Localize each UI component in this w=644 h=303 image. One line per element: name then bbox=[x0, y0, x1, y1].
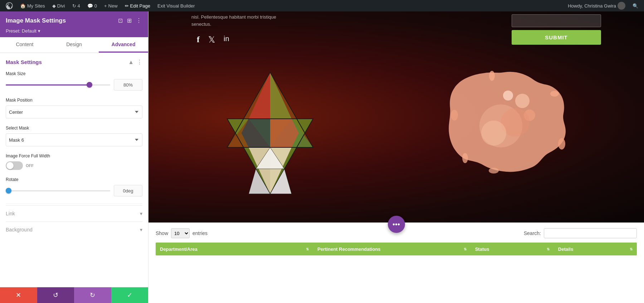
submit-button[interactable]: SUBMIT bbox=[512, 30, 601, 45]
main-layout: Image Mask Settings ⊡ ⊞ ⋮ Preset: Defaul… bbox=[0, 11, 644, 303]
twitter-icon[interactable]: 𝕏 bbox=[208, 35, 215, 45]
cancel-button[interactable]: ✕ bbox=[0, 287, 37, 303]
rotate-thumb[interactable] bbox=[6, 188, 11, 194]
my-sites-label: My Sites bbox=[27, 3, 45, 9]
svg-marker-3 bbox=[249, 72, 270, 119]
save-checkmark-icon: ✓ bbox=[127, 291, 132, 299]
mask-size-slider[interactable] bbox=[6, 81, 110, 88]
form-input[interactable] bbox=[512, 14, 601, 27]
panel-preset[interactable]: Preset: Default ▾ bbox=[0, 28, 148, 37]
settings-dots-icon[interactable]: ⋮ bbox=[137, 59, 142, 65]
sort-icon-status: ⇅ bbox=[547, 247, 550, 251]
fab-dots-icon: ••• bbox=[392, 220, 400, 229]
new-button[interactable]: + New bbox=[101, 0, 121, 11]
image-force-full-width-label: Image Force Full Width bbox=[6, 153, 142, 158]
mask-size-label: Mask Size bbox=[6, 71, 142, 76]
admin-bar-right: Howdy, Christina Gwira 🔍 bbox=[565, 2, 641, 10]
user-label: Howdy, Christina Gwira bbox=[568, 3, 616, 9]
rotate-slider[interactable] bbox=[6, 187, 110, 194]
panel-tabs: Content Design Advanced bbox=[0, 37, 148, 53]
mask-size-value[interactable]: 80% bbox=[114, 79, 142, 91]
canvas-area: nisl. Pellentesque habitant morbi tristi… bbox=[148, 11, 644, 303]
table-search-input[interactable] bbox=[544, 228, 637, 238]
left-panel: Image Mask Settings ⊡ ⊞ ⋮ Preset: Defaul… bbox=[0, 11, 148, 303]
background-chevron-icon: ▾ bbox=[140, 227, 142, 233]
divi-button[interactable]: ◆ Divi bbox=[49, 0, 68, 11]
more-icon[interactable]: ⋮ bbox=[135, 16, 142, 25]
rotate-value[interactable]: 0deg bbox=[114, 185, 142, 196]
svg-point-22 bbox=[489, 168, 499, 174]
refresh-icon: ↻ bbox=[72, 3, 76, 9]
rotate-track bbox=[6, 190, 110, 191]
th-department[interactable]: Department/Area ⇅ bbox=[156, 246, 313, 252]
background-section[interactable]: Background ▾ bbox=[6, 221, 142, 238]
th-details[interactable]: Details ⇅ bbox=[554, 246, 637, 252]
cancel-icon: ✕ bbox=[16, 291, 21, 299]
fab-button[interactable]: ••• bbox=[388, 216, 405, 233]
search-icon: 🔍 bbox=[633, 3, 638, 9]
tab-design[interactable]: Design bbox=[49, 37, 99, 53]
search-admin-button[interactable]: 🔍 bbox=[630, 3, 641, 9]
screenshot-icon[interactable]: ⊡ bbox=[117, 16, 123, 25]
section-title: Mask Settings bbox=[6, 59, 42, 65]
wp-logo-button[interactable] bbox=[3, 0, 16, 11]
panel-content: Mask Settings ▲ ⋮ Mask Size 80% bbox=[0, 53, 148, 287]
panel-bottom-buttons: ✕ ↺ ↻ ✓ bbox=[0, 287, 148, 303]
mask-position-select[interactable]: Center Top Left Top Center Top Right Cen… bbox=[6, 106, 142, 118]
user-greeting[interactable]: Howdy, Christina Gwira bbox=[565, 2, 628, 10]
mask-size-field: Mask Size 80% bbox=[6, 71, 142, 91]
search-area: Search: bbox=[524, 228, 637, 238]
panel-title: Image Mask Settings bbox=[6, 17, 66, 24]
mask-position-label: Mask Position bbox=[6, 98, 142, 103]
table-header: Department/Area ⇅ Pertinent Recommendati… bbox=[156, 243, 637, 255]
canvas-top: nisl. Pellentesque habitant morbi tristi… bbox=[148, 11, 644, 223]
mask-size-slider-row: 80% bbox=[6, 79, 142, 91]
sort-icon-department: ⇅ bbox=[306, 247, 309, 251]
linkedin-icon[interactable]: in bbox=[224, 35, 229, 45]
tab-content[interactable]: Content bbox=[0, 37, 49, 53]
th-recommendations[interactable]: Pertinent Recommendations ⇅ bbox=[313, 246, 470, 252]
preset-label: Preset: Default bbox=[6, 28, 36, 34]
mask-position-field: Mask Position Center Top Left Top Center… bbox=[6, 98, 142, 118]
my-sites-button[interactable]: 🏠 My Sites bbox=[17, 0, 48, 11]
slider-thumb[interactable] bbox=[87, 82, 92, 88]
facebook-icon[interactable]: f bbox=[197, 35, 200, 45]
tab-advanced[interactable]: Advanced bbox=[99, 37, 148, 53]
select-mask-select[interactable]: Mask 1 Mask 2 Mask 3 Mask 4 Mask 5 Mask … bbox=[6, 133, 142, 146]
link-section[interactable]: Link ▾ bbox=[6, 205, 142, 221]
th-status[interactable]: Status ⇅ bbox=[471, 246, 554, 252]
svg-point-27 bbox=[481, 121, 506, 146]
select-mask-field: Select Mask Mask 1 Mask 2 Mask 3 Mask 4 … bbox=[6, 126, 142, 146]
svg-point-21 bbox=[558, 138, 565, 150]
pencil-icon: ✏ bbox=[125, 3, 129, 9]
undo-button[interactable]: ↺ bbox=[37, 287, 74, 303]
background-section-title: Background bbox=[6, 227, 33, 233]
slider-track bbox=[6, 84, 110, 85]
entries-select[interactable]: 10 25 50 100 bbox=[171, 228, 190, 238]
svg-point-24 bbox=[451, 110, 458, 121]
sort-icon-recommendations: ⇅ bbox=[464, 247, 467, 251]
splash-container bbox=[436, 65, 572, 187]
exit-builder-button[interactable]: Exit Visual Builder bbox=[155, 0, 198, 11]
collapse-icon[interactable]: ▲ bbox=[128, 59, 134, 65]
edit-page-button[interactable]: ✏ Edit Page bbox=[122, 0, 153, 11]
search-label: Search: bbox=[524, 230, 541, 236]
svg-point-16 bbox=[515, 94, 530, 108]
comments-button[interactable]: 💬 0 bbox=[84, 0, 100, 11]
redo-button[interactable]: ↻ bbox=[74, 287, 111, 303]
link-chevron-icon: ▾ bbox=[140, 211, 142, 216]
canvas-bottom: Show 10 25 50 100 entries Search: bbox=[148, 223, 644, 303]
rotate-label: Rotate bbox=[6, 177, 142, 182]
layout-icon[interactable]: ⊞ bbox=[126, 16, 132, 25]
panel-header: Image Mask Settings ⊡ ⊞ ⋮ bbox=[0, 11, 148, 28]
right-content: nisl. Pellentesque habitant morbi tristi… bbox=[148, 11, 644, 303]
divi-icon: ◆ bbox=[52, 3, 56, 9]
house-icon: 🏠 bbox=[20, 3, 26, 9]
panel-header-icons: ⊡ ⊞ ⋮ bbox=[117, 16, 142, 25]
rotate-field: Rotate 0deg bbox=[6, 177, 142, 196]
canvas-text: nisl. Pellentesque habitant morbi tristi… bbox=[191, 11, 292, 28]
image-force-toggle[interactable] bbox=[6, 161, 23, 170]
counter-button[interactable]: ↻ 4 bbox=[69, 0, 83, 11]
save-button[interactable]: ✓ bbox=[111, 287, 148, 303]
comment-icon: 💬 bbox=[87, 3, 93, 9]
